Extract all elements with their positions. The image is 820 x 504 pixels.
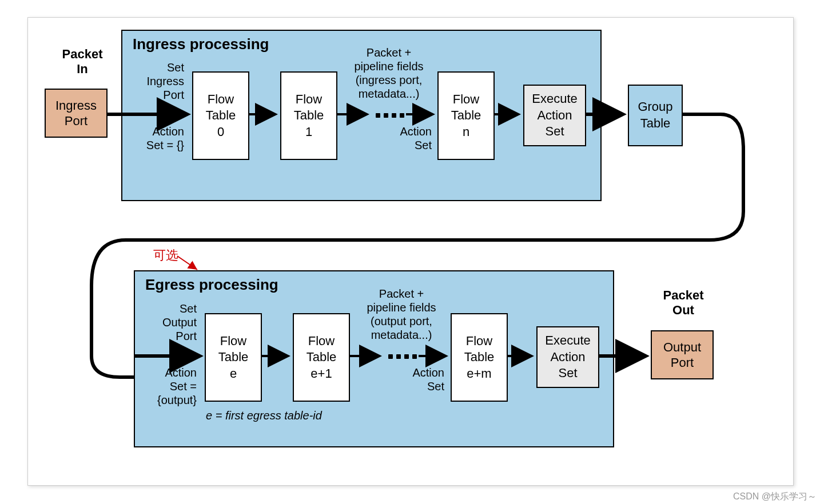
packet-out-label: Packet Out bbox=[649, 288, 718, 318]
exec-action-set-egress: Execute Action Set bbox=[536, 326, 599, 388]
anno-packet-pipeline-egress: Packet + pipeline fields (output port, m… bbox=[356, 287, 447, 342]
ellipsis-egress bbox=[388, 354, 417, 359]
ellipsis-ingress bbox=[376, 113, 404, 118]
anno-set-ingress-port: Set Ingress Port bbox=[127, 61, 184, 102]
flow-table-e1: Flow Table e+1 bbox=[293, 313, 350, 402]
exec-action-set-ingress: Execute Action Set bbox=[523, 85, 586, 146]
anno-action-set-ingress: Action Set bbox=[377, 125, 432, 152]
flow-table-1: Flow Table 1 bbox=[280, 71, 337, 160]
anno-action-set-egress: Action Set bbox=[390, 366, 444, 393]
flow-table-n: Flow Table n bbox=[437, 71, 495, 160]
packet-in-label: Packet In bbox=[48, 47, 117, 77]
output-port-box: Output Port bbox=[651, 330, 714, 379]
anno-action-set-output: Action Set = {output} bbox=[140, 366, 197, 407]
group-table-box: Group Table bbox=[628, 85, 683, 146]
ingress-port-box: Ingress Port bbox=[45, 89, 108, 138]
egress-title: Egress processing bbox=[145, 276, 278, 294]
flow-table-e: Flow Table e bbox=[205, 313, 262, 402]
anno-set-output-port: Set Output Port bbox=[140, 302, 197, 343]
footnote-e: e = first egress table-id bbox=[206, 409, 322, 422]
flow-table-0: Flow Table 0 bbox=[192, 71, 249, 160]
watermark: CSDN @快乐学习～ bbox=[733, 491, 817, 503]
anno-packet-pipeline-ingress: Packet + pipeline fields (ingress port, … bbox=[343, 46, 435, 101]
optional-label: 可选 bbox=[153, 247, 178, 264]
flow-table-em: Flow Table e+m bbox=[451, 313, 508, 402]
ingress-title: Ingress processing bbox=[133, 35, 269, 53]
anno-action-set-empty: Action Set = {} bbox=[127, 125, 184, 152]
